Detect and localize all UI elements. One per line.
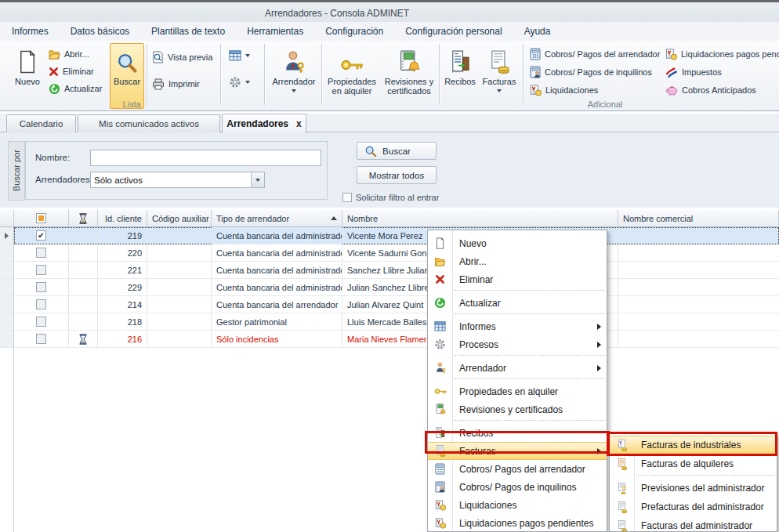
context-menu-item-revisiones[interactable]: Revisiones y certificados (428, 400, 607, 418)
header-row-indicator (0, 210, 14, 227)
row-checkbox[interactable] (36, 230, 46, 241)
propiedades-en-alquiler-button[interactable]: Propiedades en alquiler (324, 43, 380, 109)
context-menu-item-informes[interactable]: Informes (428, 317, 607, 335)
settlement-icon (428, 518, 452, 529)
context-menu-item-procesos[interactable]: Procesos (428, 335, 607, 353)
menu-informes[interactable]: Informes (3, 24, 57, 39)
settlement-icon (428, 500, 452, 511)
context-menu-item-cobros-arrendador[interactable]: Cobros/ Pagos del arrendador (428, 460, 607, 478)
row-checkbox[interactable] (36, 334, 46, 344)
context-menu-item-liquidaciones-pendientes[interactable]: Liquidaciones pagos pendientes (428, 514, 607, 532)
close-tab-icon[interactable]: x (296, 118, 302, 129)
liquidaciones-button[interactable]: Liquidaciones (530, 82, 598, 98)
submenu-item-previsiones-administrador[interactable]: Previsiones del administrador (610, 479, 777, 498)
forecast-admin-icon (610, 483, 634, 494)
row-checkbox[interactable] (36, 265, 46, 275)
ribbon: Nuevo Abrir... Eliminar Actualizar Busca… (0, 41, 779, 111)
nombre-input[interactable] (90, 150, 321, 166)
arrendadores-label: Arrendadores: (35, 175, 92, 184)
chevron-down-icon (255, 179, 260, 182)
vista-previa-button[interactable]: Vista previa (152, 49, 212, 65)
layout-dropdown-button[interactable] (229, 48, 250, 63)
menu-ayuda[interactable]: Ayuda (516, 24, 560, 39)
header-nombre-comercial[interactable]: Nombre comercial (618, 210, 779, 227)
nombre-label: Nombre: (35, 153, 70, 162)
context-menu-item-eliminar[interactable]: Eliminar (428, 270, 607, 288)
menu-datos-basicos[interactable]: Datos básicos (62, 24, 138, 39)
buscar-por-vertical-tab[interactable]: Buscar por (8, 141, 25, 201)
tab-arrendadores[interactable]: Arrendadores x (222, 114, 306, 133)
table-row[interactable]: 219 Cuenta bancaria del administrador Vi… (0, 227, 779, 244)
group-label-lista: Lista (0, 100, 263, 109)
actualizar-button[interactable]: Actualizar (49, 81, 102, 96)
submenu-item-facturas-industriales[interactable]: Facturas de industriales (610, 436, 777, 454)
header-nombre[interactable]: Nombre (342, 210, 618, 227)
row-checkbox[interactable] (36, 317, 46, 327)
context-menu-item-arrendador[interactable]: Arrendador (428, 359, 607, 377)
row-indicator (0, 262, 14, 279)
print-icon (152, 78, 165, 90)
menu-herramientas[interactable]: Herramientas (238, 24, 312, 39)
header-codigo-auxiliar[interactable]: Código auxiliar (147, 210, 212, 227)
current-row-arrow-icon (5, 233, 9, 239)
context-menu-item-facturas[interactable]: Facturas (428, 442, 607, 460)
context-menu-item-recibos[interactable]: Recibos (428, 424, 607, 442)
menu-configuracion[interactable]: Configuración (317, 24, 392, 39)
table-row[interactable]: 218 Gestor patrimonial Lluis Mercade Bal… (0, 313, 779, 331)
menu-configuracion-personal[interactable]: Configuración personal (397, 24, 510, 39)
submenu-arrow-icon (597, 365, 601, 371)
context-menu-item-propiedades[interactable]: Propiedades en alquiler (428, 382, 607, 400)
abrir-button[interactable]: Abrir... (49, 46, 89, 62)
settlement-icon (665, 49, 677, 60)
mostrar-todos-button[interactable]: Mostrar todos (357, 166, 437, 184)
table-row[interactable]: 220 Cuenta bancaria del administrador Vi… (0, 244, 779, 262)
table-row[interactable]: 229 Cuenta bancaria del administrador Ju… (0, 279, 779, 296)
impuestos-button[interactable]: Impuestos (665, 64, 722, 80)
options-dropdown-button[interactable] (229, 74, 250, 90)
cobros-pagos-arrendador-button[interactable]: Cobros/ Pagos del arrendador (530, 46, 660, 62)
context-menu-item-cobros-inquilinos[interactable]: Cobros/ Pagos de inquilinos (428, 478, 607, 496)
header-id-cliente[interactable]: Id. cliente (98, 210, 147, 227)
header-tipo-arrendador[interactable]: Tipo de arrendador (212, 210, 342, 227)
cobros-anticipados-button[interactable]: Cobros Anticipados (665, 82, 756, 98)
context-menu-item-nuevo[interactable]: Nuevo (428, 234, 607, 252)
table-row[interactable]: 216 Sólo incidencias Maria Nieves Flamer (0, 331, 779, 348)
receipt-icon (428, 427, 452, 439)
row-checkbox[interactable] (36, 299, 46, 309)
facturas-submenu: Facturas de industriales Facturas de alq… (609, 432, 777, 532)
context-menu-item-abrir[interactable]: Abrir... (428, 252, 607, 270)
imprimir-button[interactable]: Imprimir (152, 76, 200, 92)
row-indicator (0, 227, 14, 244)
dropdown-arrow-button[interactable] (251, 172, 264, 187)
calculator-icon (428, 463, 452, 475)
tab-mis-comunicados[interactable]: Mis comunicados activos (78, 114, 220, 132)
arrendador-button[interactable]: Arrendador (268, 43, 320, 109)
arrendadores-dropdown[interactable]: Sólo activos (90, 172, 265, 188)
context-menu-item-liquidaciones[interactable]: Liquidaciones (428, 496, 607, 514)
row-indicator (0, 279, 14, 296)
table-row[interactable]: 221 Cuenta bancaria del administrador Sa… (0, 262, 779, 279)
context-menu-item-actualizar[interactable]: Actualizar (428, 294, 607, 312)
submenu-item-facturas-alquileres[interactable]: Facturas de alquileres (610, 454, 777, 473)
eliminar-button[interactable]: Eliminar (49, 63, 94, 79)
revisiones-button[interactable]: Revisiones y certificados (380, 43, 438, 109)
submenu-item-prefacturas-administrador[interactable]: Prefacturas del administrador (610, 498, 777, 516)
tab-calendario[interactable]: Calendario (6, 114, 76, 132)
facturas-ribbon-button[interactable]: Facturas (480, 43, 519, 109)
solicitar-filtro-checkbox[interactable] (342, 193, 352, 202)
row-indicator (0, 313, 14, 331)
header-checkbox-column[interactable] (14, 210, 69, 227)
recibos-button[interactable]: Recibos (442, 43, 478, 109)
title-bar: Arrendadores - Consola ADMINET (0, 0, 779, 22)
cobros-pagos-inquilinos-button[interactable]: Cobros/ Pagos de inquilinos (530, 64, 652, 80)
row-checkbox[interactable] (36, 282, 46, 292)
submenu-item-facturas-administrador[interactable]: Facturas del administrador (610, 516, 777, 532)
menu-plantillas[interactable]: Plantillas de texto (143, 24, 234, 39)
revisions-icon (398, 45, 420, 74)
table-row[interactable]: 214 Cuenta bancaria del arrendador Julia… (0, 296, 779, 313)
buscar-button[interactable]: Buscar (357, 142, 437, 160)
checkbox-header-icon (36, 213, 46, 223)
header-hourglass-column[interactable] (69, 210, 98, 227)
liquidaciones-pendientes-button[interactable]: Liquidaciones pagos pendientes (665, 46, 779, 62)
row-checkbox[interactable] (36, 248, 46, 258)
